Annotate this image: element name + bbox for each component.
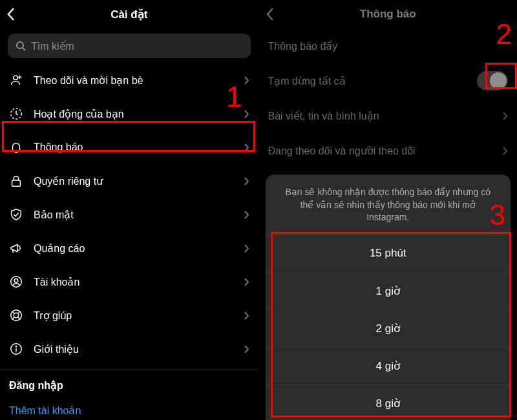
page-title: Cài đặt bbox=[111, 8, 147, 21]
svg-point-18 bbox=[16, 346, 16, 347]
login-section-header: Đăng nhập bbox=[0, 370, 258, 398]
menu-item-invite[interactable]: Theo dõi và mời bạn bè bbox=[0, 63, 258, 97]
duration-option[interactable]: 15 phút bbox=[266, 235, 511, 272]
svg-point-9 bbox=[14, 278, 18, 282]
duration-option[interactable]: 4 giờ bbox=[266, 347, 511, 384]
lock-icon bbox=[9, 174, 26, 188]
shield-icon bbox=[9, 207, 26, 222]
info-icon bbox=[9, 342, 26, 356]
svg-line-1 bbox=[23, 48, 25, 50]
duration-option[interactable]: 1 giờ bbox=[266, 272, 511, 310]
row-label: Thông báo đẩy bbox=[268, 40, 509, 52]
pause-all-toggle[interactable] bbox=[477, 71, 508, 90]
page-title: Thông báo bbox=[360, 8, 416, 21]
row-label: Đang theo dõi và người theo dõi bbox=[268, 145, 503, 157]
lifebuoy-icon bbox=[9, 308, 26, 322]
megaphone-icon bbox=[9, 241, 26, 255]
menu-item-label: Tài khoản bbox=[34, 276, 244, 288]
menu-item-help[interactable]: Trợ giúp bbox=[0, 299, 258, 332]
menu-item-security[interactable]: Bảo mật bbox=[0, 198, 258, 231]
svg-line-13 bbox=[18, 317, 21, 320]
menu-item-label: Trợ giúp bbox=[34, 310, 244, 322]
menu-item-account[interactable]: Tài khoản bbox=[0, 265, 258, 299]
row-label: Tạm dừng tất cả bbox=[268, 75, 478, 87]
clock-icon bbox=[9, 107, 26, 121]
header: Cài đặt bbox=[0, 0, 258, 28]
chevron-right-icon bbox=[244, 76, 249, 85]
bell-icon bbox=[9, 140, 26, 154]
svg-rect-6 bbox=[12, 180, 21, 186]
sheet-description: Bạn sẽ không nhận được thông báo đẩy như… bbox=[266, 174, 511, 235]
chevron-right-icon bbox=[244, 244, 249, 253]
menu-item-privacy[interactable]: Quyền riêng tư bbox=[0, 164, 258, 198]
menu-item-ads[interactable]: Quảng cáo bbox=[0, 231, 258, 265]
search-input[interactable]: Tìm kiếm bbox=[8, 34, 251, 58]
add-account-link[interactable]: Thêm tài khoản bbox=[0, 398, 258, 420]
chevron-right-icon bbox=[244, 277, 249, 287]
back-chevron-icon[interactable] bbox=[266, 7, 275, 21]
settings-screen: Cài đặt Tìm kiếm Theo dõi và mời bạn bè bbox=[0, 0, 259, 420]
row-following-followers[interactable]: Đang theo dõi và người theo dõi bbox=[259, 133, 518, 168]
search-icon bbox=[16, 41, 26, 51]
chevron-right-icon bbox=[244, 311, 249, 320]
row-posts-stories-comments[interactable]: Bài viết, tin và bình luận bbox=[259, 98, 518, 133]
user-icon bbox=[9, 275, 26, 289]
svg-line-12 bbox=[12, 311, 15, 314]
menu-item-label: Bảo mật bbox=[34, 209, 244, 221]
pause-duration-sheet: Bạn sẽ không nhận được thông báo đẩy như… bbox=[266, 174, 511, 420]
settings-menu: Theo dõi và mời bạn bè Hoạt động của bạn bbox=[0, 63, 258, 420]
svg-point-2 bbox=[14, 76, 17, 79]
menu-item-label: Hoạt động của bạn bbox=[34, 108, 244, 120]
svg-point-0 bbox=[17, 42, 23, 48]
chevron-right-icon bbox=[244, 344, 249, 354]
duration-option[interactable]: 8 giờ bbox=[266, 384, 511, 420]
search-placeholder: Tìm kiếm bbox=[31, 40, 74, 52]
menu-item-label: Theo dõi và mời bạn bè bbox=[34, 74, 244, 87]
svg-line-15 bbox=[12, 317, 15, 320]
sheet-options: 15 phút 1 giờ 2 giờ 4 giờ 8 giờ bbox=[266, 235, 511, 420]
chevron-right-icon bbox=[502, 111, 508, 121]
notifications-screen: Thông báo Thông báo đẩy Tạm dừng tất cả … bbox=[259, 0, 518, 420]
duration-option[interactable]: 2 giờ bbox=[266, 310, 511, 347]
menu-item-label: Thông báo bbox=[34, 142, 244, 153]
svg-line-14 bbox=[18, 311, 21, 314]
menu-item-notifications[interactable]: Thông báo bbox=[0, 131, 258, 164]
chevron-right-icon bbox=[244, 143, 249, 152]
menu-item-label: Quyền riêng tư bbox=[34, 175, 244, 187]
row-pause-all[interactable]: Tạm dừng tất cả bbox=[259, 63, 518, 98]
row-push-notifications[interactable]: Thông báo đẩy bbox=[259, 28, 518, 63]
menu-item-label: Giới thiệu bbox=[34, 343, 244, 355]
header: Thông báo bbox=[259, 0, 518, 28]
svg-line-7 bbox=[13, 250, 14, 253]
chevron-right-icon bbox=[502, 146, 508, 156]
toggle-knob bbox=[490, 72, 507, 89]
menu-item-label: Quảng cáo bbox=[34, 242, 244, 255]
menu-item-about[interactable]: Giới thiệu bbox=[0, 332, 258, 366]
person-plus-icon bbox=[9, 73, 26, 87]
chevron-right-icon bbox=[244, 210, 249, 220]
svg-point-11 bbox=[14, 313, 18, 317]
back-chevron-icon[interactable] bbox=[6, 7, 16, 21]
menu-item-activity[interactable]: Hoạt động của bạn bbox=[0, 97, 258, 131]
row-label: Bài viết, tin và bình luận bbox=[268, 110, 503, 122]
chevron-right-icon bbox=[244, 109, 249, 119]
chevron-right-icon bbox=[244, 176, 249, 186]
